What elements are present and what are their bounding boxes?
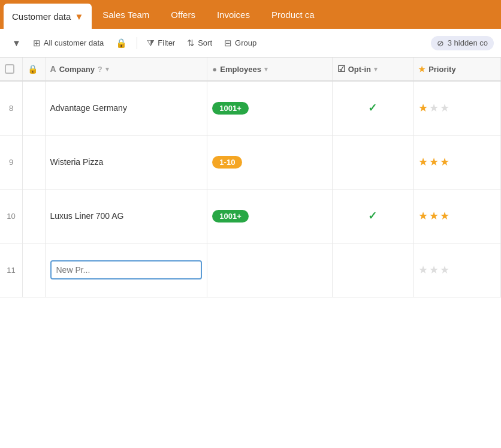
star-empty-icon[interactable]: ★ xyxy=(440,101,449,115)
sort-dropdown-icon[interactable]: ▾ xyxy=(374,65,378,73)
nav-tab-customer-data[interactable]: Customer data ▼ xyxy=(4,4,92,29)
priority-stars: ★★★ xyxy=(418,101,496,115)
nav-tab-sales-team[interactable]: Sales Team xyxy=(92,0,160,29)
row-priority[interactable]: ★★★ xyxy=(414,81,501,135)
sort-dropdown-icon[interactable]: ▾ xyxy=(105,65,109,73)
col-label-employees: Employees xyxy=(220,65,261,74)
help-icon: ? xyxy=(98,65,102,74)
hidden-cols-label: 3 hidden co xyxy=(448,38,488,47)
new-record-input[interactable] xyxy=(50,260,203,279)
group-label: Group xyxy=(235,38,256,47)
employee-count-badge: 1-10 xyxy=(212,156,242,169)
col-label-company: Company xyxy=(59,65,95,74)
row-employees xyxy=(207,243,332,297)
row-number: 8 xyxy=(0,81,23,135)
employee-count-badge: 1001+ xyxy=(212,102,249,115)
nav-tab-invoices[interactable]: Invoices xyxy=(206,0,261,29)
table-row: 9Wisteria Pizza1-10★★★ xyxy=(0,135,501,189)
col-header-employees[interactable]: ● Employees ▾ xyxy=(207,58,332,81)
nav-tab-label: Offers xyxy=(171,10,195,20)
star-filled-icon[interactable]: ★ xyxy=(440,155,449,169)
star-filled-icon[interactable]: ★ xyxy=(418,209,428,223)
data-table-container: 🔒 A Company ? ▾ ● Employees ▾ xyxy=(0,58,501,448)
star-empty-icon[interactable]: ★ xyxy=(418,263,428,276)
sort-icon: ⇅ xyxy=(187,38,195,49)
col-header-lock: 🔒 xyxy=(23,58,46,81)
star-filled-icon[interactable]: ★ xyxy=(418,155,428,169)
lock-icon: 🔒 xyxy=(116,38,127,49)
group-icon: ⊟ xyxy=(224,38,232,49)
col-header-priority[interactable]: ★ Priority xyxy=(414,58,501,81)
filter-button[interactable]: ⧩ Filter xyxy=(142,35,180,52)
star-filled-icon[interactable]: ★ xyxy=(440,209,449,223)
select-all-checkbox[interactable] xyxy=(5,64,14,74)
row-company: Luxus Liner 700 AG xyxy=(45,189,207,243)
row-priority[interactable]: ★★★ xyxy=(414,243,501,297)
star-empty-icon[interactable]: ★ xyxy=(429,263,439,276)
priority-stars: ★★★ xyxy=(418,263,496,276)
view-label: All customer data xyxy=(44,38,104,47)
col-header-company[interactable]: A Company ? ▾ xyxy=(45,58,207,81)
row-lock xyxy=(23,243,46,297)
col-label-optin: Opt-in xyxy=(348,65,371,74)
row-employees: 1001+ xyxy=(207,81,332,135)
expand-button[interactable]: ▼ xyxy=(7,35,26,51)
nav-tab-product-cat[interactable]: Product ca xyxy=(261,0,325,29)
row-priority[interactable]: ★★★ xyxy=(414,135,501,189)
star-filled-icon[interactable]: ★ xyxy=(429,155,439,169)
sort-dropdown-icon[interactable]: ▾ xyxy=(264,65,268,73)
row-employees: 1-10 xyxy=(207,135,332,189)
row-employees: 1001+ xyxy=(207,189,332,243)
filter-icon: ⧩ xyxy=(147,38,155,49)
row-priority[interactable]: ★★★ xyxy=(414,189,501,243)
nav-tab-label: Product ca xyxy=(271,10,315,20)
hidden-columns-button[interactable]: ⊘ 3 hidden co xyxy=(431,36,494,50)
row-number: 10 xyxy=(0,189,23,243)
top-navigation: Customer data ▼ Sales Team Offers Invoic… xyxy=(0,0,501,29)
col-label-priority: Priority xyxy=(428,65,456,74)
star-empty-icon[interactable]: ★ xyxy=(440,263,449,276)
group-button[interactable]: ⊟ Group xyxy=(219,35,261,52)
table-row: 10Luxus Liner 700 AG1001+✓★★★ xyxy=(0,189,501,243)
employee-count-badge: 1001+ xyxy=(212,210,249,223)
separator xyxy=(137,37,137,49)
row-company[interactable] xyxy=(45,243,207,297)
table-row: 11★★★ xyxy=(0,243,501,297)
sort-label: Sort xyxy=(198,38,212,47)
person-icon: ● xyxy=(212,65,217,74)
nav-tab-offers[interactable]: Offers xyxy=(160,0,206,29)
row-lock xyxy=(23,135,46,189)
chevron-down-icon: ▼ xyxy=(74,11,83,22)
view-selector[interactable]: ⊞ All customer data xyxy=(28,35,108,52)
optin-checkmark: ✓ xyxy=(368,102,377,114)
row-number: 11 xyxy=(0,243,23,297)
row-lock xyxy=(23,189,46,243)
row-number: 9 xyxy=(0,135,23,189)
chevron-down-icon: ▼ xyxy=(12,38,21,48)
row-lock xyxy=(23,81,46,135)
lock-toggle[interactable]: 🔒 xyxy=(111,35,132,52)
toolbar: ▼ ⊞ All customer data 🔒 ⧩ Filter ⇅ Sort … xyxy=(0,29,501,58)
table-header-row: 🔒 A Company ? ▾ ● Employees ▾ xyxy=(0,58,501,81)
col-header-optin[interactable]: ☑ Opt-in ▾ xyxy=(332,58,413,81)
priority-stars: ★★★ xyxy=(418,209,496,223)
row-optin: ✓ xyxy=(332,189,413,243)
table-row: 8Advantage Germany1001+✓★★★ xyxy=(0,81,501,135)
col-header-check[interactable] xyxy=(0,58,23,81)
row-optin: ✓ xyxy=(332,81,413,135)
priority-stars: ★★★ xyxy=(418,155,496,169)
hidden-cols-icon: ⊘ xyxy=(437,38,444,48)
star-icon: ★ xyxy=(418,65,425,74)
checkbox-icon: ☑ xyxy=(337,64,345,74)
row-company: Advantage Germany xyxy=(45,81,207,135)
sort-button[interactable]: ⇅ Sort xyxy=(182,35,217,52)
star-filled-icon[interactable]: ★ xyxy=(429,209,439,223)
grid-icon: ⊞ xyxy=(33,38,41,49)
star-empty-icon[interactable]: ★ xyxy=(429,101,439,115)
row-optin xyxy=(332,135,413,189)
optin-checkmark: ✓ xyxy=(368,210,377,222)
nav-tab-label: Customer data xyxy=(12,11,71,22)
text-type-icon: A xyxy=(50,64,56,74)
star-filled-icon[interactable]: ★ xyxy=(418,101,428,115)
lock-icon: 🔒 xyxy=(28,64,38,74)
